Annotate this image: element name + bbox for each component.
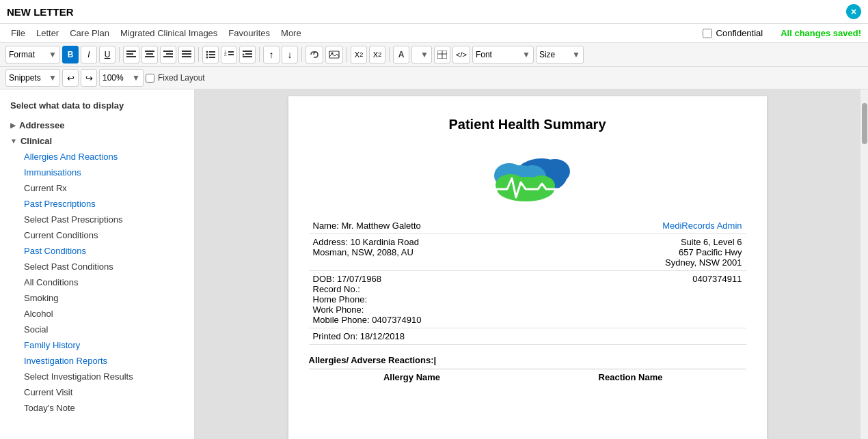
format-select[interactable]: Format ▼ — [5, 46, 60, 63]
svg-rect-0 — [126, 51, 136, 52]
justify-button[interactable] — [178, 46, 195, 63]
menu-careplan[interactable]: Care Plan — [66, 27, 113, 40]
sidebar-item-investigation-reports[interactable]: Investigation Reports — [0, 353, 194, 369]
svg-rect-17 — [209, 57, 215, 58]
svg-rect-7 — [166, 53, 173, 55]
allergies-section: Allergies/ Adverse Reactions:| Allergy N… — [309, 355, 746, 385]
unordered-list-button[interactable] — [202, 46, 219, 63]
svg-rect-1 — [126, 53, 133, 55]
sidebar-item-past-prescriptions[interactable]: Past Prescriptions — [0, 196, 194, 212]
undo-button[interactable]: ↩ — [62, 69, 79, 87]
title-bar: NEW LETTER × — [0, 0, 868, 24]
superscript-button[interactable]: X2 — [369, 46, 385, 63]
svg-rect-22 — [243, 51, 252, 52]
table-button[interactable] — [434, 46, 450, 63]
text-color-button[interactable]: A — [393, 46, 409, 63]
sidebar-item-family-history[interactable]: Family History — [0, 337, 194, 353]
bold-button[interactable]: B — [62, 46, 79, 63]
close-button[interactable]: × — [846, 4, 861, 19]
menu-clinical-images[interactable]: Migrated Clinical Images — [116, 27, 221, 40]
sidebar-item-immunisations[interactable]: Immunisations — [0, 165, 194, 180]
confidential-checkbox[interactable] — [703, 29, 712, 38]
toolbar-row2: Snippets ▼ ↩ ↪ 100% ▼ Fixed Layout — [0, 67, 868, 89]
sidebar-item-addressee[interactable]: ▶ Addressee — [0, 117, 194, 133]
menu-file[interactable]: File — [7, 27, 29, 40]
svg-rect-10 — [182, 53, 191, 55]
printed-on: Printed On: 18/12/2018 — [309, 328, 746, 345]
clinic-name: MediRecords Admin — [558, 218, 746, 234]
svg-rect-23 — [245, 53, 252, 55]
image-button[interactable] — [325, 46, 343, 63]
svg-rect-13 — [209, 51, 215, 53]
allergy-name-header: Allergy Name — [309, 369, 515, 386]
italic-button[interactable]: I — [81, 46, 97, 63]
zoom-select[interactable]: 100% ▼ — [99, 69, 144, 87]
svg-point-14 — [206, 54, 208, 56]
toolbar-row1: Format ▼ B I U 1.2. ↑ ↓ X2 X2 A ▼ </> — [0, 43, 868, 67]
size-select[interactable]: Size ▼ — [536, 46, 584, 63]
sidebar-item-past-conditions[interactable]: Past Conditions — [0, 243, 194, 259]
sidebar-item-clinical[interactable]: ▼ Clinical — [0, 133, 194, 149]
subscript-button[interactable]: X2 — [351, 46, 367, 63]
svg-rect-19 — [228, 51, 234, 53]
divider4 — [301, 47, 302, 62]
decrease-size-button[interactable]: ↓ — [282, 46, 298, 63]
menu-favourites[interactable]: Favourites — [224, 27, 274, 40]
underline-button[interactable]: U — [99, 46, 116, 63]
svg-rect-9 — [182, 51, 191, 52]
patient-dob: DOB: 17/07/1968 Record No.: Home Phone: … — [309, 271, 559, 328]
sidebar-item-alcohol[interactable]: Alcohol — [0, 306, 194, 322]
align-left-button[interactable] — [123, 46, 139, 63]
confidential-area: Confidential All changes saved! — [703, 28, 861, 38]
sidebar-item-current-visit[interactable]: Current Visit — [0, 384, 194, 400]
svg-marker-25 — [243, 53, 245, 56]
sidebar-item-select-investigation-results[interactable]: Select Investigation Results — [0, 369, 194, 384]
sidebar: Select what data to display ▶ Addressee … — [0, 89, 195, 439]
sidebar-item-smoking[interactable]: Smoking — [0, 290, 194, 306]
svg-rect-11 — [182, 56, 191, 57]
scroll-thumb — [862, 103, 867, 144]
patient-name: Name: Mr. Matthew Galetto — [309, 218, 559, 234]
text-color-arrow-icon: ▼ — [420, 50, 429, 59]
allergies-table: Allergy Name Reaction Name — [309, 369, 746, 385]
text-color-select[interactable]: ▼ — [411, 46, 432, 63]
sidebar-item-select-past-conditions[interactable]: Select Past Conditions — [0, 259, 194, 274]
snippets-arrow-icon: ▼ — [49, 73, 57, 83]
svg-point-38 — [496, 174, 526, 196]
document-logo — [309, 143, 746, 204]
sidebar-item-current-conditions[interactable]: Current Conditions — [0, 227, 194, 243]
align-center-button[interactable] — [141, 46, 158, 63]
menu-letter[interactable]: Letter — [32, 27, 63, 40]
sidebar-item-current-rx[interactable]: Current Rx — [0, 180, 194, 196]
link-button[interactable] — [306, 46, 323, 63]
patient-address: Address: 10 Kardinia Road Mosman, NSW, 2… — [309, 234, 559, 271]
font-arrow-icon: ▼ — [522, 50, 530, 59]
svg-rect-8 — [163, 56, 173, 57]
sidebar-item-social[interactable]: Social — [0, 322, 194, 337]
sidebar-item-all-conditions[interactable]: All Conditions — [0, 274, 194, 290]
indent-button[interactable] — [239, 46, 256, 63]
snippets-select[interactable]: Snippets ▼ — [5, 69, 60, 87]
fixed-layout-checkbox[interactable] — [146, 74, 154, 83]
changes-saved-label: All changes saved! — [781, 28, 861, 38]
font-select[interactable]: Font ▼ — [472, 46, 534, 63]
clinic-phone: 0407374911 — [558, 271, 746, 328]
document-area[interactable]: Patient Health Summary — [195, 89, 860, 439]
code-button[interactable]: </> — [452, 46, 470, 63]
sidebar-item-allergies[interactable]: Allergies And Reactions — [0, 149, 194, 165]
divider2 — [198, 47, 199, 62]
sidebar-item-todays-note[interactable]: Today's Note — [0, 400, 194, 416]
menu-more[interactable]: More — [277, 27, 306, 40]
divider6 — [389, 47, 390, 62]
clinic-address: Suite 6, Level 6 657 Pacific Hwy Sydney,… — [558, 234, 746, 271]
document-page: Patient Health Summary — [288, 96, 767, 439]
sidebar-item-select-past-prescriptions[interactable]: Select Past Prescriptions — [0, 212, 194, 227]
increase-size-button[interactable]: ↑ — [263, 46, 280, 63]
window-title: NEW LETTER — [7, 6, 74, 18]
redo-button[interactable]: ↪ — [81, 69, 97, 87]
svg-rect-24 — [243, 56, 252, 57]
ordered-list-button[interactable]: 1.2. — [221, 46, 237, 63]
align-right-button[interactable] — [160, 46, 176, 63]
divider5 — [347, 47, 347, 62]
right-scrollbar[interactable] — [860, 89, 868, 439]
